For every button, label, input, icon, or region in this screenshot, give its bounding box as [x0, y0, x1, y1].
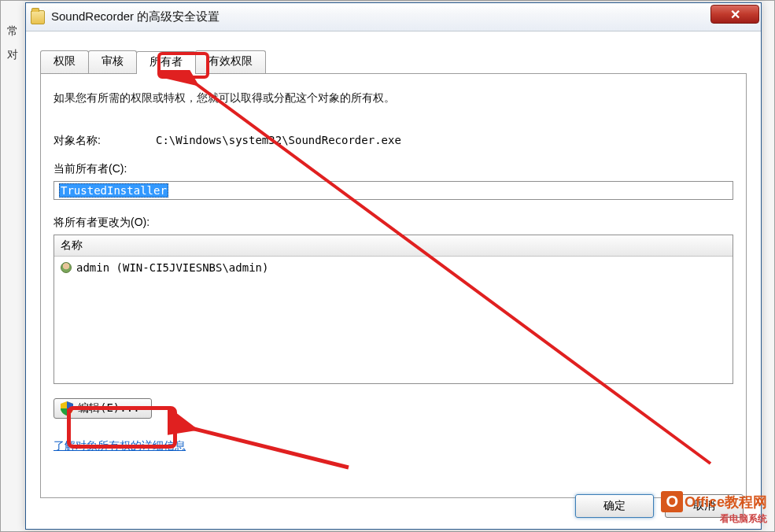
current-owner-box[interactable]: TrustedInstaller — [54, 181, 733, 200]
tab-permissions[interactable]: 权限 — [40, 50, 89, 73]
titlebar[interactable]: SoundRecorder 的高级安全设置 ✕ — [26, 3, 761, 31]
edit-button[interactable]: 编辑(E)... — [54, 398, 152, 419]
watermark-text: Office教程网 — [685, 494, 767, 510]
close-icon: ✕ — [730, 7, 740, 22]
change-owner-label: 将所有者更改为(O): — [54, 216, 733, 230]
watermark-subtext: 看电脑系统 — [661, 512, 767, 526]
owner-candidates-list[interactable]: 名称 admin (WIN-CI5JVIESNBS\admin) — [54, 235, 733, 384]
ok-button[interactable]: 确定 — [575, 494, 654, 518]
uac-shield-icon — [61, 401, 73, 416]
tab-row: 权限 审核 所有者 有效权限 — [40, 50, 747, 73]
owner-tab-pane: 如果您有所需的权限或特权，您就可以取得或分配这个对象的所有权。 对象名称: C:… — [40, 73, 747, 498]
folder-icon — [31, 10, 45, 24]
edit-button-label: 编辑(E)... — [78, 401, 140, 416]
object-name-value: C:\Windows\system32\SoundRecorder.exe — [156, 134, 401, 148]
list-header-name[interactable]: 名称 — [54, 235, 733, 257]
intro-text: 如果您有所需的权限或特权，您就可以取得或分配这个对象的所有权。 — [54, 91, 733, 105]
watermark: OOffice教程网 看电脑系统 — [661, 491, 767, 526]
close-button[interactable]: ✕ — [710, 5, 759, 24]
dialog-title: SoundRecorder 的高级安全设置 — [51, 9, 220, 24]
advanced-security-dialog: SoundRecorder 的高级安全设置 ✕ 权限 审核 所有者 有效权限 如… — [25, 2, 762, 530]
bg-text-1: 常 — [7, 24, 18, 39]
user-icon — [61, 262, 72, 273]
bg-text-2: 对 — [7, 48, 18, 62]
tab-effective-permissions[interactable]: 有效权限 — [195, 50, 266, 73]
current-owner-label: 当前所有者(C): — [54, 162, 733, 176]
watermark-badge-icon: O — [661, 491, 683, 512]
tab-owner[interactable]: 所有者 — [136, 51, 196, 74]
list-item-label: admin (WIN-CI5JVIESNBS\admin) — [76, 261, 268, 274]
tab-audit[interactable]: 审核 — [88, 50, 137, 73]
current-owner-value: TrustedInstaller — [59, 183, 168, 198]
object-name-label: 对象名称: — [54, 134, 156, 148]
list-item[interactable]: admin (WIN-CI5JVIESNBS\admin) — [61, 260, 726, 275]
learn-more-link[interactable]: 了解对象所有权的详细信息 — [54, 439, 186, 453]
